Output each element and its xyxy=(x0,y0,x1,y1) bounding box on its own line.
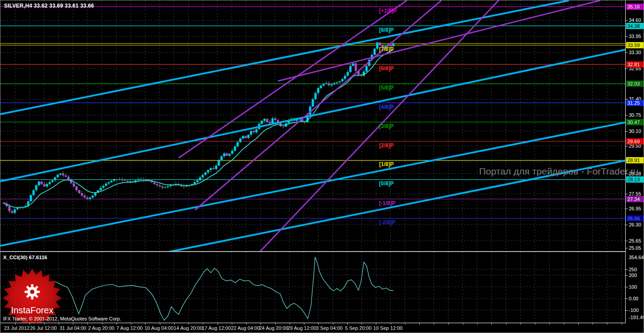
murrey-label: [4/8]P xyxy=(379,104,394,110)
cci-tick-mark xyxy=(626,275,628,276)
time-tick-mark xyxy=(578,323,579,324)
time-label: 24 Aug 20:00 xyxy=(259,325,288,331)
time-tick-mark xyxy=(59,323,59,324)
time-tick-mark xyxy=(116,323,117,324)
cci-tick-mark xyxy=(626,299,628,299)
time-tick-mark xyxy=(30,323,30,324)
time-tick-mark xyxy=(44,323,45,324)
price-tick-mark xyxy=(626,68,628,69)
time-label: 14 Aug 20:00 xyxy=(174,325,203,331)
time-axis[interactable]: 23 Jul 201226 Jul 12:0031 Jul 04:002 Aug… xyxy=(0,323,644,333)
price-tick-mark xyxy=(626,131,628,132)
price-tick-mark xyxy=(626,241,628,241)
price-chart-pane[interactable]: [+1/8]P[8/8]P[7/8]P[6/8]P[5/8]P[4/8]P[3/… xyxy=(0,0,625,251)
cci-min-label: -191.490 xyxy=(629,314,644,320)
time-tick-mark xyxy=(520,323,521,324)
price-tick-label: 33.95 xyxy=(629,33,641,39)
cci-tick-mark xyxy=(626,287,628,287)
time-label: 10 Aug 04:00 xyxy=(145,325,174,331)
candles-series xyxy=(3,42,395,214)
time-tick-mark xyxy=(290,323,290,324)
grid-lines xyxy=(0,0,625,251)
time-tick-mark xyxy=(362,323,362,324)
murrey-label: [3/8]P xyxy=(379,123,394,129)
time-tick-mark xyxy=(333,323,333,324)
murrey-label: [2/8]P xyxy=(379,142,394,149)
price-tick-label: 30.10 xyxy=(629,128,641,134)
time-tick-mark xyxy=(218,323,218,324)
time-tick-mark xyxy=(232,323,232,324)
time-tick-mark xyxy=(491,323,492,324)
cci-tick-label: 200 xyxy=(629,272,637,278)
time-tick-mark xyxy=(15,323,16,324)
cci-max-label: 354.6427 xyxy=(629,254,644,260)
time-tick-mark xyxy=(73,323,73,324)
price-badge: 33.59 xyxy=(626,42,644,48)
price-tick-mark xyxy=(626,248,628,248)
time-label: 31 Jul 04:00 xyxy=(60,325,86,331)
time-tick-mark xyxy=(549,323,550,324)
time-tick-mark xyxy=(188,323,189,324)
time-tick-mark xyxy=(260,323,261,324)
price-tick-mark xyxy=(626,20,628,21)
candlestick-plot xyxy=(0,0,625,251)
time-tick-mark xyxy=(347,323,348,324)
time-label: 22 Aug 04:00 xyxy=(231,325,260,331)
time-tick-mark xyxy=(506,323,507,324)
murrey-label: [-1/8]P xyxy=(379,200,396,206)
murrey-label: [+1/8]P xyxy=(379,8,397,14)
price-axis[interactable]: 34.6033.9533.3032.6531.4030.7530.1029.50… xyxy=(625,0,644,323)
price-badge: 34.38 xyxy=(626,23,644,29)
murrey-label: [8/8]P xyxy=(379,27,394,33)
cci-line xyxy=(4,257,393,320)
time-label: 5 Sep 20:00 xyxy=(345,325,371,331)
price-badge: 28.91 xyxy=(626,157,644,163)
time-tick-mark xyxy=(304,323,304,324)
murrey-label: [1/8]P xyxy=(379,161,394,167)
price-badge: 27.34 xyxy=(626,196,644,202)
price-tick-mark xyxy=(626,36,628,37)
price-badge: 32.81 xyxy=(626,61,644,68)
price-badge: 26.56 xyxy=(626,215,644,222)
cci-indicator-pane[interactable]: X_CCI(30) 67.6116 xyxy=(0,252,625,323)
price-badge: 31.25 xyxy=(626,100,644,106)
copyright-text: IFX Trader, © 2001-2012, MetaQuotes Soft… xyxy=(3,316,121,321)
price-badge: 30.47 xyxy=(626,119,644,125)
time-label: 26 Jul 12:00 xyxy=(30,325,57,331)
murrey-label: [-2/8]P xyxy=(379,219,396,226)
mt4-chart-window: [+1/8]P[8/8]P[7/8]P[6/8]P[5/8]P[4/8]P[3/… xyxy=(0,0,644,333)
murrey-label: [5/8]P xyxy=(379,85,394,91)
trend-lines xyxy=(0,0,625,251)
instaforex-logo: InstaForex xyxy=(2,268,62,323)
price-tick-label: 25.65 xyxy=(629,238,641,244)
time-tick-mark xyxy=(131,323,131,324)
time-tick-mark xyxy=(246,323,247,324)
time-label: 10 Sep 12:00 xyxy=(373,325,402,331)
cci-plot xyxy=(0,252,625,323)
time-tick-mark xyxy=(102,323,102,324)
gear-icon xyxy=(25,284,40,299)
time-tick-mark xyxy=(391,323,391,324)
symbol-ohlc-title: SILVER,H4 33.62 33.69 33.61 33.66 xyxy=(4,3,94,9)
moving-average-line xyxy=(4,50,393,207)
logo-brand-text: InstaForex xyxy=(11,305,53,315)
time-tick-mark xyxy=(275,323,276,324)
time-label: 3 Sep 04:00 xyxy=(316,325,342,331)
price-tick-label: 33.30 xyxy=(629,49,641,56)
time-tick-mark xyxy=(622,323,622,324)
cci-tick-label: 0.00 xyxy=(629,295,638,302)
time-tick-mark xyxy=(564,323,564,324)
indicator-label: X_CCI(30) 67.6116 xyxy=(3,255,47,260)
murrey-label: [7/8]P xyxy=(379,46,394,52)
time-tick-mark xyxy=(535,323,535,324)
price-tick-mark xyxy=(626,225,628,225)
murrey-lines xyxy=(0,7,625,218)
time-tick-mark xyxy=(87,323,88,324)
price-tick-label: 30.75 xyxy=(629,112,641,118)
price-tick-mark xyxy=(626,194,628,194)
time-tick-mark xyxy=(174,323,175,324)
time-tick-mark xyxy=(607,323,607,324)
cci-tick-mark xyxy=(626,310,628,311)
price-badge: 32.03 xyxy=(626,81,644,87)
time-label: 29 Aug 12:00 xyxy=(287,325,316,331)
